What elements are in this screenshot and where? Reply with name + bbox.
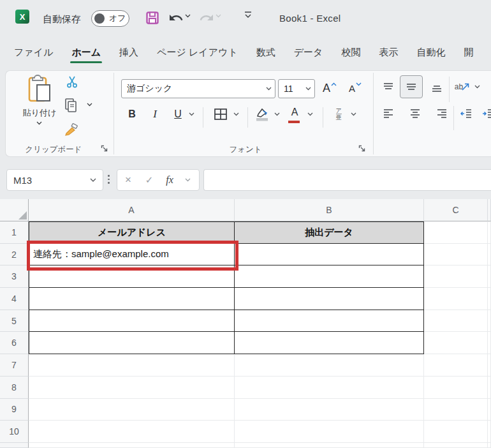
cell-B8[interactable] [235,377,424,399]
cell-C9[interactable] [424,399,488,421]
autosave-toggle[interactable]: オフ [91,10,129,27]
cell-B1[interactable]: 抽出データ [235,221,424,244]
formula-input[interactable] [203,169,491,191]
tab-automate[interactable]: 自動化 [415,41,446,66]
cell-C3[interactable] [424,265,488,288]
fill-color-dropdown[interactable] [274,112,280,116]
column-header-a[interactable]: A [29,199,235,221]
cell-B9[interactable] [235,399,424,421]
copy-button[interactable] [61,96,80,115]
row-header-3[interactable]: 3 [0,265,29,288]
font-color-dropdown[interactable] [307,112,313,116]
underline-button[interactable]: U [169,105,187,124]
align-center-button[interactable] [406,105,424,124]
tab-view[interactable]: 表示 [377,41,399,66]
row-header-7[interactable]: 7 [0,354,29,377]
redo-dropdown[interactable] [216,14,221,18]
row-header-4[interactable]: 4 [0,288,29,310]
tab-insert[interactable]: 挿入 [118,41,140,66]
cell-B6[interactable] [235,332,424,354]
font-name-combo[interactable]: 游ゴシック [121,79,275,98]
tab-formulas[interactable]: 数式 [255,41,277,66]
orientation-dropdown[interactable] [474,85,480,89]
orientation-button[interactable]: ab [453,77,472,97]
borders-dropdown[interactable] [233,112,239,116]
undo-dropdown[interactable] [185,14,191,18]
row-header-1[interactable]: 1 [0,221,29,244]
bold-button[interactable]: B [123,105,141,124]
cell-C10[interactable] [424,421,488,443]
column-header-c[interactable]: C [424,199,488,221]
cell-C1[interactable] [424,221,488,244]
name-box-resizer-icon[interactable] [108,175,110,184]
undo-button[interactable] [167,9,185,27]
fill-color-button[interactable] [253,103,272,125]
phonetic-guide-button[interactable]: ア 亜 [330,105,347,124]
italic-button[interactable]: I [146,105,164,124]
cell-B3[interactable] [235,265,424,288]
name-box[interactable]: M13 [6,169,103,191]
font-color-button[interactable]: A [286,103,304,125]
cell-C7[interactable] [424,354,488,377]
excel-logo-icon[interactable]: X [15,10,29,24]
cell-A2[interactable]: 連絡先：sample@example.com [29,244,235,266]
row-header-9[interactable]: 9 [0,399,29,421]
cell-B10[interactable] [235,421,424,443]
decrease-indent-button[interactable] [458,105,476,124]
tab-data[interactable]: データ [293,41,325,66]
borders-button[interactable] [210,105,231,124]
cell-A8[interactable] [29,377,235,399]
tab-home[interactable]: ホーム [70,41,102,66]
clipboard-dialog-launcher[interactable] [101,145,110,154]
align-left-button[interactable] [379,105,397,124]
cell-A9[interactable] [29,399,235,421]
increase-indent-button[interactable] [480,105,491,124]
save-button[interactable] [144,10,161,26]
paste-button[interactable] [23,73,55,106]
cell-B5[interactable] [235,310,424,332]
cut-button[interactable] [62,73,82,91]
cell-A5[interactable] [29,310,235,332]
phonetic-dropdown[interactable] [351,112,356,116]
row-header-10[interactable]: 10 [0,421,29,443]
cell-C6[interactable] [424,332,488,354]
row-header-5[interactable]: 5 [0,310,29,332]
cell-A6[interactable] [29,332,235,354]
row-header-2[interactable]: 2 [0,244,29,266]
font-dialog-launcher[interactable] [358,145,367,154]
insert-function-button[interactable]: fx [159,170,180,190]
middle-align-button-selected[interactable] [400,75,423,98]
cancel-button[interactable]: × [117,170,139,190]
cell-A10[interactable] [29,421,235,443]
cell-C2[interactable] [424,244,488,266]
increase-font-size-button[interactable]: A [319,78,341,98]
redo-button[interactable] [198,9,216,27]
copy-dropdown[interactable] [87,103,92,107]
cell-B4[interactable] [235,288,424,310]
formula-bar-dropdown[interactable] [180,170,195,190]
font-size-combo[interactable]: 11 [278,79,315,98]
tab-page-layout[interactable]: ページ レイアウト [156,41,239,66]
tab-review[interactable]: 校閲 [340,41,362,66]
cell-A1[interactable]: メールアドレス [29,221,235,244]
customize-quick-access-toolbar-button[interactable] [245,11,251,19]
bottom-align-button[interactable] [428,78,446,97]
cell-C5[interactable] [424,310,488,332]
cell-B2[interactable] [235,244,424,266]
cell-C4[interactable] [424,288,488,310]
align-right-button[interactable] [433,105,451,124]
row-header-6[interactable]: 6 [0,332,29,354]
tab-file[interactable]: ファイル [13,41,54,66]
decrease-font-size-button[interactable]: A [344,78,366,98]
tab-developer-partial[interactable]: 開 [462,41,474,66]
underline-dropdown[interactable] [189,112,194,116]
cell-A4[interactable] [29,288,235,310]
top-align-button[interactable] [379,78,397,97]
cell-B7[interactable] [235,354,424,377]
enter-button[interactable]: ✓ [139,170,159,190]
select-all-corner[interactable] [0,199,29,221]
column-header-b[interactable]: B [235,199,424,221]
cell-C8[interactable] [424,377,488,399]
cell-A3[interactable] [29,265,235,288]
row-header-8[interactable]: 8 [0,377,29,399]
